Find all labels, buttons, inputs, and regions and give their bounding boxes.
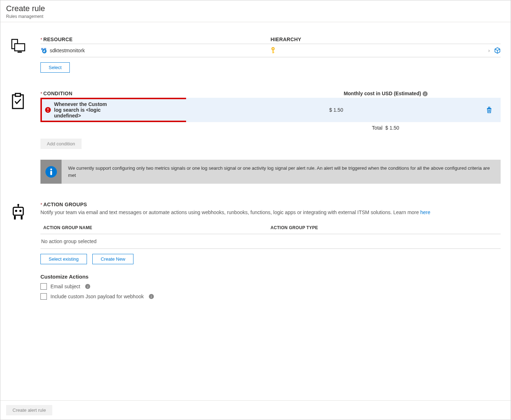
cube-icon: [494, 47, 501, 54]
action-groups-description: Notify your team via email and text mess…: [40, 209, 501, 215]
info-banner-text: We currently support configuring only tw…: [62, 160, 501, 184]
hierarchy-label: HIERARCHY: [271, 37, 501, 42]
info-icon[interactable]: i: [85, 284, 90, 289]
svg-rect-18: [488, 107, 490, 108]
include-json-label: Include custom Json payload for webhook: [50, 294, 144, 299]
svg-rect-31: [21, 216, 23, 219]
resource-section: *RESOURCE HIERARCHY sdktestmonitork ›: [10, 37, 501, 73]
customize-actions-title: Customize Actions: [40, 274, 501, 280]
clipboard-icon: [10, 93, 28, 110]
info-banner: We currently support configuring only tw…: [40, 160, 501, 184]
svg-rect-11: [273, 52, 274, 53]
chevron-right-icon: ›: [488, 48, 490, 53]
svg-rect-16: [48, 111, 48, 112]
robot-icon: [10, 204, 28, 220]
condition-section: *CONDITION Monthly cost in USD (Estimate…: [10, 91, 501, 184]
condition-label: CONDITION: [43, 91, 72, 96]
email-subject-checkbox[interactable]: [40, 283, 47, 290]
action-groups-label: ACTION GROUPS: [43, 202, 87, 207]
total-label: Total: [372, 125, 383, 131]
add-condition-button: Add condition: [40, 139, 82, 149]
condition-row[interactable]: Whenever the Custom log search is <logic…: [40, 98, 501, 122]
action-groups-section: *ACTION GROUPS Notify your team via emai…: [10, 202, 501, 300]
resource-icon: [10, 39, 28, 54]
delete-condition-button[interactable]: [486, 107, 501, 113]
condition-text: Whenever the Custom log search is <logic…: [54, 101, 112, 119]
svg-point-9: [273, 48, 274, 49]
error-icon: [45, 107, 51, 113]
svg-point-28: [15, 210, 17, 212]
include-json-checkbox[interactable]: [40, 293, 47, 300]
svg-point-23: [50, 168, 52, 170]
svg-rect-13: [15, 93, 20, 96]
resource-row[interactable]: sdktestmonitork ›: [40, 44, 501, 57]
no-action-group-text: No action group selected: [40, 234, 501, 249]
info-banner-icon: [40, 160, 62, 184]
select-existing-button[interactable]: Select existing: [40, 254, 87, 264]
create-alert-rule-button: Create alert rule: [6, 405, 52, 415]
footer: Create alert rule: [0, 400, 511, 420]
page-title: Create rule: [6, 4, 505, 13]
info-icon[interactable]: i: [149, 294, 154, 299]
create-new-button[interactable]: Create New: [92, 254, 133, 264]
page-header: Create rule Rules management: [0, 0, 511, 22]
info-icon[interactable]: i: [423, 91, 428, 96]
action-group-name-header: ACTION GROUP NAME: [43, 225, 271, 230]
svg-point-29: [19, 210, 21, 212]
learn-more-link[interactable]: here: [420, 209, 430, 215]
select-resource-button[interactable]: Select: [40, 62, 70, 73]
svg-point-27: [18, 204, 19, 206]
monitor-icon: [40, 47, 47, 54]
resource-label: RESOURCE: [43, 37, 73, 42]
svg-rect-24: [50, 171, 52, 175]
svg-rect-10: [273, 50, 274, 53]
svg-rect-30: [14, 216, 16, 219]
svg-rect-1: [15, 44, 25, 51]
cost-label: Monthly cost in USD (Estimated): [344, 91, 421, 96]
key-icon: [271, 47, 276, 54]
resource-name: sdktestmonitork: [50, 48, 85, 53]
action-group-type-header: ACTION GROUP TYPE: [271, 225, 318, 230]
svg-rect-2: [18, 52, 22, 53]
condition-cost: $ 1.50: [186, 107, 486, 113]
breadcrumb: Rules management: [6, 14, 505, 19]
svg-rect-25: [13, 207, 23, 215]
email-subject-label: Email subject: [50, 284, 80, 289]
total-cost: $ 1.50: [385, 125, 399, 131]
svg-rect-15: [48, 108, 48, 110]
svg-rect-6: [43, 50, 44, 52]
svg-rect-7: [44, 50, 45, 52]
